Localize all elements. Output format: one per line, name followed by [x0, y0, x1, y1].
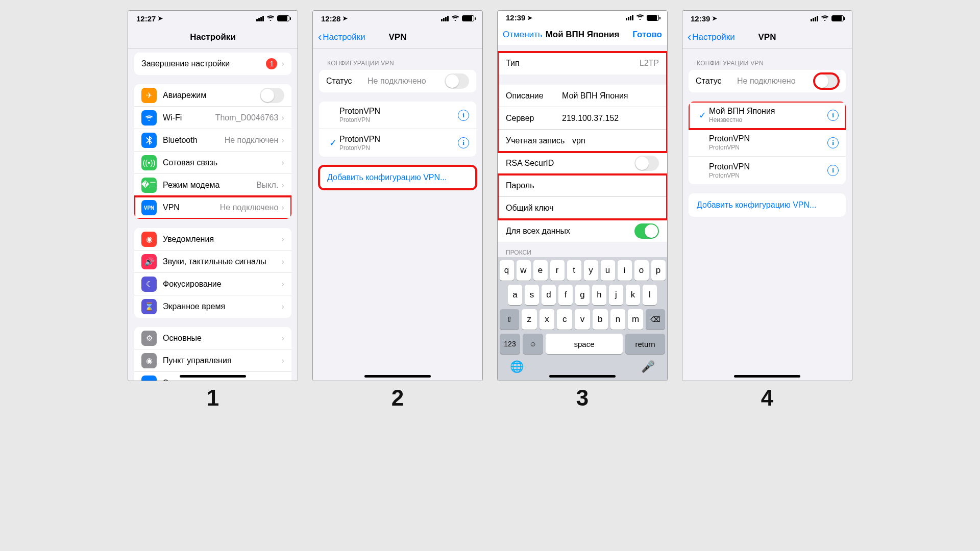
key-p[interactable]: p: [651, 260, 666, 281]
vpn-config-row[interactable]: ProtonVPN ProtonVPN i: [319, 102, 476, 129]
space-key[interactable]: space: [546, 334, 623, 354]
home-indicator[interactable]: [364, 375, 431, 378]
keyboard[interactable]: q w e r t y u i o p a s d f g h: [498, 257, 667, 381]
key-c[interactable]: c: [557, 309, 572, 330]
server-row[interactable]: Сервер 219.100.37.152: [498, 107, 667, 130]
finish-setup-row[interactable]: Завершение настройки 1 ›: [134, 53, 291, 75]
send-all-traffic-row[interactable]: Для всех данных: [498, 219, 667, 242]
key-y[interactable]: y: [584, 260, 598, 281]
key-z[interactable]: z: [522, 309, 537, 330]
sounds-row[interactable]: 🔊 Звуки, тактильные сигналы ›: [134, 251, 291, 273]
key-b[interactable]: b: [593, 309, 608, 330]
general-row[interactable]: ⚙ Основные ›: [134, 327, 291, 349]
return-key[interactable]: return: [625, 334, 665, 354]
numbers-key[interactable]: 123: [500, 334, 520, 354]
back-button[interactable]: ‹ Настройки: [682, 26, 740, 48]
chevron-right-icon: ›: [281, 302, 284, 312]
key-r[interactable]: r: [550, 260, 565, 281]
key-o[interactable]: o: [634, 260, 649, 281]
rsa-row[interactable]: RSA SecurID: [498, 152, 667, 174]
airplane-row[interactable]: ✈ Авиарежим: [134, 84, 291, 107]
status-bar: 12:27 ➤: [128, 11, 298, 26]
home-indicator[interactable]: [180, 375, 246, 378]
location-icon: ➤: [712, 15, 717, 22]
key-v[interactable]: v: [575, 309, 590, 330]
back-button[interactable]: ‹ Настройки: [313, 26, 371, 48]
key-f[interactable]: f: [558, 285, 573, 305]
key-d[interactable]: d: [542, 285, 556, 305]
vpn-config-row[interactable]: ✓ Мой ВПН Япония Неизвестно i: [689, 102, 846, 129]
chevron-right-icon: ›: [281, 113, 284, 123]
description-row[interactable]: Описание Мой ВПН Япония: [498, 85, 667, 107]
vpn-row[interactable]: VPN VPN Не подключено ›: [134, 196, 291, 219]
key-n[interactable]: n: [610, 309, 626, 330]
home-indicator[interactable]: [734, 375, 800, 378]
chevron-left-icon: ‹: [318, 32, 322, 43]
backspace-key[interactable]: ⌫: [646, 309, 665, 330]
key-q[interactable]: q: [500, 260, 514, 281]
info-icon[interactable]: i: [827, 110, 839, 121]
key-a[interactable]: a: [508, 285, 522, 305]
bluetooth-row[interactable]: Bluetooth Не подключен ›: [134, 129, 291, 152]
key-j[interactable]: j: [609, 285, 623, 305]
key-l[interactable]: l: [643, 285, 657, 305]
password-row[interactable]: Пароль: [498, 174, 667, 197]
info-icon[interactable]: i: [458, 137, 469, 148]
globe-icon[interactable]: 🌐: [510, 360, 524, 373]
location-icon: ➤: [158, 15, 163, 22]
key-w[interactable]: w: [517, 260, 531, 281]
control-center-row[interactable]: ◉ Пункт управления ›: [134, 349, 291, 372]
wifi-icon: [451, 15, 459, 22]
key-h[interactable]: h: [592, 285, 606, 305]
key-g[interactable]: g: [575, 285, 590, 305]
key-m[interactable]: m: [628, 309, 643, 330]
notifications-row[interactable]: ◉ Уведомления ›: [134, 228, 291, 251]
battery-icon: [462, 15, 474, 21]
nav-header: ‹ Настройки VPN: [313, 26, 482, 48]
vpn-config-row[interactable]: ProtonVPN ProtonVPN i: [689, 129, 846, 157]
emoji-key[interactable]: ☺: [523, 334, 543, 354]
vpn-status-toggle[interactable]: [814, 73, 839, 89]
key-s[interactable]: s: [525, 285, 539, 305]
focus-row[interactable]: ☾ Фокусирование ›: [134, 273, 291, 295]
info-icon[interactable]: i: [827, 137, 839, 148]
airplane-toggle[interactable]: [260, 88, 284, 103]
cancel-button[interactable]: Отменить: [498, 24, 548, 45]
clock: 12:28: [321, 14, 340, 23]
account-row[interactable]: Учетная запись vpn: [498, 130, 667, 152]
hotspot-row[interactable]: �二 Режим модема Выкл. ›: [134, 174, 291, 196]
badge: 1: [266, 58, 277, 69]
vpn-config-row[interactable]: ProtonVPN ProtonVPN i: [689, 157, 846, 184]
wifi-icon: [636, 14, 644, 21]
cellular-icon: [626, 15, 633, 20]
info-icon[interactable]: i: [458, 110, 469, 121]
status-row: Статус Не подключено: [689, 70, 846, 92]
vpn-config-row[interactable]: ✓ ProtonVPN ProtonVPN i: [319, 129, 476, 157]
mic-icon[interactable]: 🎤: [641, 360, 655, 373]
done-button[interactable]: Готово: [627, 24, 667, 45]
checkmark-icon: ✓: [326, 137, 339, 148]
section-header: КОНФИГУРАЦИИ VPN: [697, 60, 838, 67]
wifi-row[interactable]: Wi-Fi Thom_D0046763 ›: [134, 107, 291, 129]
all-traffic-toggle[interactable]: [634, 223, 659, 239]
info-icon[interactable]: i: [827, 165, 839, 176]
screentime-row[interactable]: ⌛ Экранное время ›: [134, 295, 291, 318]
key-x[interactable]: x: [540, 309, 555, 330]
cellular-row[interactable]: ((•)) Сотовая связь ›: [134, 152, 291, 174]
add-vpn-button[interactable]: Добавить конфигурацию VPN...: [319, 166, 476, 189]
type-row[interactable]: Тип L2TP: [498, 52, 667, 74]
vpn-status-toggle[interactable]: [445, 73, 469, 89]
shift-key[interactable]: ⇧: [500, 309, 519, 330]
rsa-toggle[interactable]: [634, 156, 659, 171]
add-vpn-button[interactable]: Добавить конфигурацию VPN...: [689, 193, 846, 217]
shared-secret-row[interactable]: Общий ключ: [498, 197, 667, 219]
key-k[interactable]: k: [626, 285, 640, 305]
key-e[interactable]: e: [533, 260, 548, 281]
key-i[interactable]: i: [618, 260, 632, 281]
key-t[interactable]: t: [567, 260, 581, 281]
chevron-right-icon: ›: [281, 333, 284, 343]
home-indicator[interactable]: [549, 375, 616, 378]
key-u[interactable]: u: [601, 260, 615, 281]
chevron-right-icon: ›: [281, 203, 284, 213]
clock: 12:39: [506, 13, 525, 22]
